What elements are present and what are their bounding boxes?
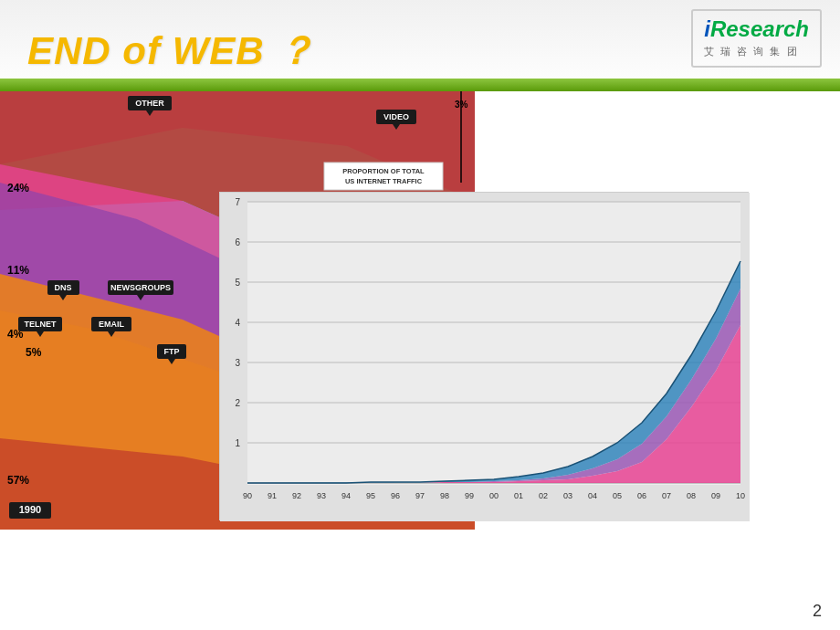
- svg-text:PROPORTION OF TOTAL: PROPORTION OF TOTAL: [342, 167, 425, 175]
- svg-text:24%: 24%: [7, 182, 29, 194]
- svg-text:57%: 57%: [7, 474, 29, 487]
- svg-text:1990: 1990: [19, 504, 41, 515]
- svg-text:1: 1: [235, 438, 240, 448]
- logo-text: iResearch: [704, 16, 809, 41]
- svg-text:03: 03: [563, 491, 572, 500]
- svg-text:NEWSGROUPS: NEWSGROUPS: [110, 283, 171, 292]
- svg-text:98: 98: [440, 491, 449, 500]
- logo-subtitle: 艾 瑞 咨 询 集 团: [704, 46, 798, 57]
- svg-text:VIDEO: VIDEO: [383, 112, 409, 121]
- svg-text:95: 95: [366, 491, 375, 500]
- svg-text:90: 90: [243, 491, 252, 500]
- svg-text:3: 3: [235, 358, 240, 368]
- svg-text:91: 91: [268, 491, 277, 500]
- page-number: 2: [813, 602, 822, 621]
- svg-text:04: 04: [588, 491, 597, 500]
- svg-text:4: 4: [235, 318, 240, 328]
- svg-text:08: 08: [687, 491, 696, 500]
- svg-text:05: 05: [613, 491, 622, 500]
- svg-text:01: 01: [514, 491, 523, 500]
- svg-text:TELNET: TELNET: [25, 320, 58, 329]
- header: END of WEB ？ iResearch 艾 瑞 咨 询 集 团: [0, 0, 840, 91]
- svg-text:2: 2: [235, 398, 240, 408]
- svg-text:06: 06: [637, 491, 646, 500]
- svg-text:92: 92: [292, 491, 301, 500]
- right-chart-svg: 7 6 5 4 3 2 1 90 91 92 93 94 95 96 97 98…: [220, 193, 750, 521]
- svg-text:5%: 5%: [26, 346, 42, 359]
- right-chart: 7 6 5 4 3 2 1 90 91 92 93 94 95 96 97 98…: [219, 192, 749, 520]
- svg-text:97: 97: [415, 491, 425, 500]
- svg-text:5: 5: [235, 278, 240, 288]
- logo-area: iResearch 艾 瑞 咨 询 集 团: [691, 9, 822, 68]
- svg-text:6: 6: [235, 237, 240, 247]
- svg-text:09: 09: [711, 491, 720, 500]
- svg-text:02: 02: [539, 491, 548, 500]
- green-bar: [0, 79, 840, 91]
- logo-research: Research: [710, 16, 809, 41]
- svg-text:93: 93: [317, 491, 326, 500]
- svg-text:07: 07: [662, 491, 671, 500]
- logo-box: iResearch 艾 瑞 咨 询 集 团: [691, 9, 822, 68]
- page-title: END of WEB ？: [27, 26, 315, 77]
- logo-i: i: [704, 16, 710, 41]
- svg-text:96: 96: [391, 491, 400, 500]
- svg-text:OTHER: OTHER: [135, 99, 164, 108]
- svg-text:FTP: FTP: [164, 347, 180, 356]
- svg-text:11%: 11%: [7, 264, 29, 277]
- svg-text:DNS: DNS: [54, 283, 71, 292]
- svg-text:99: 99: [465, 491, 474, 500]
- svg-text:EMAIL: EMAIL: [99, 320, 125, 329]
- main-content: 24% 11% 4% 5% 57% 3% OTHER VIDEO DNS: [0, 91, 840, 630]
- svg-text:US INTERNET TRAFFIC: US INTERNET TRAFFIC: [345, 177, 423, 185]
- svg-text:10: 10: [736, 491, 745, 500]
- svg-text:00: 00: [489, 491, 499, 500]
- svg-text:7: 7: [235, 197, 240, 207]
- svg-text:94: 94: [341, 491, 351, 500]
